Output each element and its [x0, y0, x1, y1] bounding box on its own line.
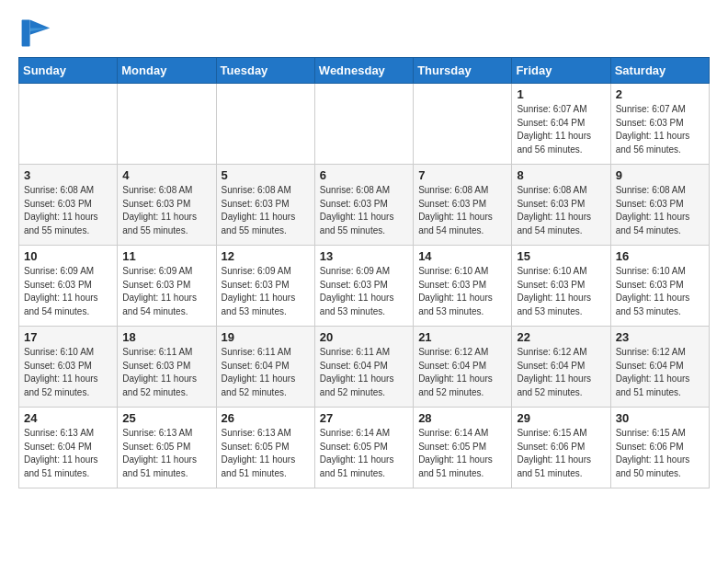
day-number: 20	[320, 330, 408, 344]
day-number: 23	[616, 330, 704, 344]
calendar-cell: 4Sunrise: 6:08 AMSunset: 6:03 PMDaylight…	[118, 165, 216, 246]
calendar-cell	[118, 84, 216, 165]
day-number: 19	[222, 330, 310, 344]
day-number: 13	[320, 249, 408, 263]
day-info: Sunrise: 6:07 AMSunset: 6:04 PMDaylight:…	[517, 103, 605, 156]
calendar-cell: 27Sunrise: 6:14 AMSunset: 6:05 PMDayligh…	[314, 408, 413, 488]
day-number: 2	[616, 87, 704, 101]
calendar-cell: 7Sunrise: 6:08 AMSunset: 6:03 PMDaylight…	[414, 165, 512, 246]
calendar-cell: 25Sunrise: 6:13 AMSunset: 6:05 PMDayligh…	[118, 408, 216, 488]
calendar-cell	[414, 84, 512, 165]
day-info: Sunrise: 6:15 AMSunset: 6:06 PMDaylight:…	[616, 427, 704, 480]
week-row-5: 24Sunrise: 6:13 AMSunset: 6:04 PMDayligh…	[19, 408, 710, 488]
calendar-cell: 8Sunrise: 6:08 AMSunset: 6:03 PMDaylight…	[512, 165, 610, 246]
weekday-header-tuesday: Tuesday	[216, 58, 314, 84]
day-info: Sunrise: 6:09 AMSunset: 6:03 PMDaylight:…	[122, 265, 210, 318]
day-number: 18	[122, 330, 210, 344]
calendar-cell: 17Sunrise: 6:10 AMSunset: 6:03 PMDayligh…	[19, 327, 118, 408]
calendar-cell: 11Sunrise: 6:09 AMSunset: 6:03 PMDayligh…	[118, 246, 216, 327]
weekday-header-sunday: Sunday	[19, 58, 118, 84]
day-number: 12	[222, 249, 310, 263]
day-number: 22	[517, 330, 605, 344]
logo-icon	[18, 17, 51, 50]
calendar-cell: 24Sunrise: 6:13 AMSunset: 6:04 PMDayligh…	[19, 408, 118, 488]
calendar-cell: 1Sunrise: 6:07 AMSunset: 6:04 PMDaylight…	[512, 84, 610, 165]
day-number: 4	[122, 168, 210, 182]
calendar-page: SundayMondayTuesdayWednesdayThursdayFrid…	[0, 0, 728, 505]
day-info: Sunrise: 6:14 AMSunset: 6:05 PMDaylight:…	[320, 427, 408, 480]
day-number: 1	[517, 87, 605, 101]
calendar-cell: 20Sunrise: 6:11 AMSunset: 6:04 PMDayligh…	[314, 327, 413, 408]
day-info: Sunrise: 6:08 AMSunset: 6:03 PMDaylight:…	[418, 184, 506, 237]
calendar-cell: 21Sunrise: 6:12 AMSunset: 6:04 PMDayligh…	[414, 327, 512, 408]
calendar-cell: 13Sunrise: 6:09 AMSunset: 6:03 PMDayligh…	[314, 246, 413, 327]
day-info: Sunrise: 6:09 AMSunset: 6:03 PMDaylight:…	[320, 265, 408, 318]
day-info: Sunrise: 6:11 AMSunset: 6:03 PMDaylight:…	[122, 346, 210, 399]
calendar-cell: 26Sunrise: 6:13 AMSunset: 6:05 PMDayligh…	[216, 408, 314, 488]
day-number: 28	[418, 411, 506, 425]
weekday-header-saturday: Saturday	[610, 58, 709, 84]
calendar-cell	[314, 84, 413, 165]
day-number: 26	[222, 411, 310, 425]
calendar-cell: 30Sunrise: 6:15 AMSunset: 6:06 PMDayligh…	[610, 408, 709, 488]
day-info: Sunrise: 6:10 AMSunset: 6:03 PMDaylight:…	[616, 265, 704, 318]
day-number: 9	[616, 168, 704, 182]
day-number: 27	[320, 411, 408, 425]
calendar-cell: 10Sunrise: 6:09 AMSunset: 6:03 PMDayligh…	[19, 246, 118, 327]
weekday-header-monday: Monday	[118, 58, 216, 84]
day-info: Sunrise: 6:10 AMSunset: 6:03 PMDaylight:…	[418, 265, 506, 318]
calendar-cell: 12Sunrise: 6:09 AMSunset: 6:03 PMDayligh…	[216, 246, 314, 327]
week-row-1: 1Sunrise: 6:07 AMSunset: 6:04 PMDaylight…	[19, 84, 710, 165]
day-number: 17	[24, 330, 112, 344]
logo	[18, 17, 55, 50]
day-info: Sunrise: 6:13 AMSunset: 6:04 PMDaylight:…	[24, 427, 112, 480]
weekday-header-thursday: Thursday	[414, 58, 512, 84]
day-number: 3	[24, 168, 112, 182]
day-info: Sunrise: 6:12 AMSunset: 6:04 PMDaylight:…	[616, 346, 704, 399]
svg-rect-0	[22, 20, 30, 47]
day-info: Sunrise: 6:12 AMSunset: 6:04 PMDaylight:…	[517, 346, 605, 399]
day-number: 10	[24, 249, 112, 263]
calendar-table: SundayMondayTuesdayWednesdayThursdayFrid…	[18, 57, 710, 488]
day-number: 29	[517, 411, 605, 425]
calendar-cell: 5Sunrise: 6:08 AMSunset: 6:03 PMDaylight…	[216, 165, 314, 246]
calendar-cell	[19, 84, 118, 165]
day-info: Sunrise: 6:08 AMSunset: 6:03 PMDaylight:…	[122, 184, 210, 237]
page-header	[18, 17, 710, 50]
day-number: 5	[222, 168, 310, 182]
calendar-cell: 15Sunrise: 6:10 AMSunset: 6:03 PMDayligh…	[512, 246, 610, 327]
day-info: Sunrise: 6:13 AMSunset: 6:05 PMDaylight:…	[222, 427, 310, 480]
day-info: Sunrise: 6:10 AMSunset: 6:03 PMDaylight:…	[24, 346, 112, 399]
day-info: Sunrise: 6:08 AMSunset: 6:03 PMDaylight:…	[517, 184, 605, 237]
day-info: Sunrise: 6:11 AMSunset: 6:04 PMDaylight:…	[222, 346, 310, 399]
week-row-3: 10Sunrise: 6:09 AMSunset: 6:03 PMDayligh…	[19, 246, 710, 327]
day-info: Sunrise: 6:15 AMSunset: 6:06 PMDaylight:…	[517, 427, 605, 480]
day-info: Sunrise: 6:08 AMSunset: 6:03 PMDaylight:…	[24, 184, 112, 237]
day-info: Sunrise: 6:08 AMSunset: 6:03 PMDaylight:…	[616, 184, 704, 237]
day-number: 7	[418, 168, 506, 182]
svg-marker-1	[30, 20, 51, 35]
calendar-header: SundayMondayTuesdayWednesdayThursdayFrid…	[19, 58, 710, 84]
calendar-cell	[216, 84, 314, 165]
day-info: Sunrise: 6:07 AMSunset: 6:03 PMDaylight:…	[616, 103, 704, 156]
day-number: 6	[320, 168, 408, 182]
day-info: Sunrise: 6:09 AMSunset: 6:03 PMDaylight:…	[222, 265, 310, 318]
calendar-cell: 23Sunrise: 6:12 AMSunset: 6:04 PMDayligh…	[610, 327, 709, 408]
day-number: 16	[616, 249, 704, 263]
weekday-header-friday: Friday	[512, 58, 610, 84]
day-info: Sunrise: 6:10 AMSunset: 6:03 PMDaylight:…	[517, 265, 605, 318]
day-info: Sunrise: 6:09 AMSunset: 6:03 PMDaylight:…	[24, 265, 112, 318]
calendar-body: 1Sunrise: 6:07 AMSunset: 6:04 PMDaylight…	[19, 84, 710, 488]
day-info: Sunrise: 6:13 AMSunset: 6:05 PMDaylight:…	[122, 427, 210, 480]
day-number: 21	[418, 330, 506, 344]
day-number: 30	[616, 411, 704, 425]
calendar-cell: 9Sunrise: 6:08 AMSunset: 6:03 PMDaylight…	[610, 165, 709, 246]
calendar-cell: 18Sunrise: 6:11 AMSunset: 6:03 PMDayligh…	[118, 327, 216, 408]
calendar-cell: 3Sunrise: 6:08 AMSunset: 6:03 PMDaylight…	[19, 165, 118, 246]
day-info: Sunrise: 6:12 AMSunset: 6:04 PMDaylight:…	[418, 346, 506, 399]
day-number: 25	[122, 411, 210, 425]
calendar-cell: 2Sunrise: 6:07 AMSunset: 6:03 PMDaylight…	[610, 84, 709, 165]
calendar-cell: 22Sunrise: 6:12 AMSunset: 6:04 PMDayligh…	[512, 327, 610, 408]
calendar-cell: 6Sunrise: 6:08 AMSunset: 6:03 PMDaylight…	[314, 165, 413, 246]
week-row-4: 17Sunrise: 6:10 AMSunset: 6:03 PMDayligh…	[19, 327, 710, 408]
